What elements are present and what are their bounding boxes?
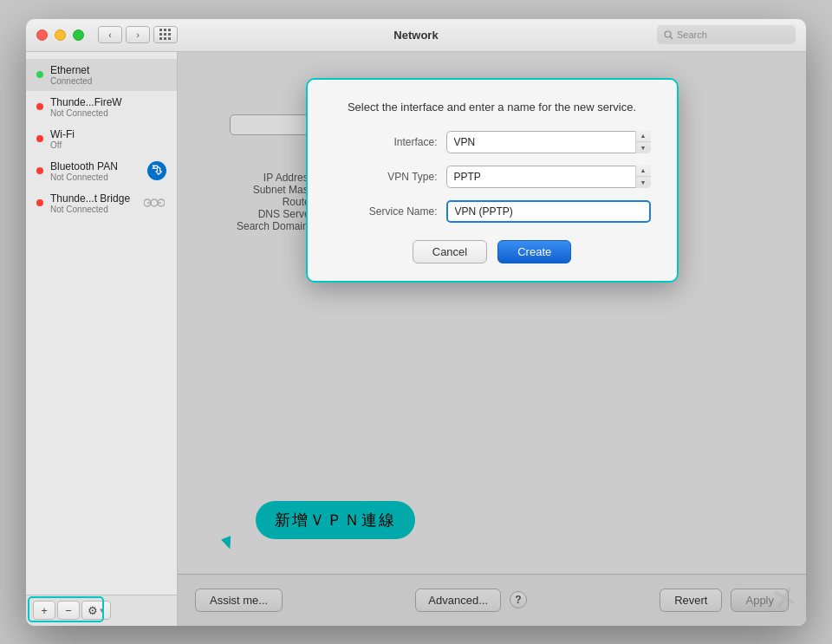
sidebar-item-wifi[interactable]: Wi-Fi Off: [26, 123, 177, 155]
sidebar-item-status-thunderbolt-bridge: Not Connected: [50, 205, 130, 214]
sidebar-item-thunderbolt-bridge[interactable]: Thunde...t Bridge Not Connected: [26, 187, 177, 219]
modal-vpn-type-label: VPN Type:: [334, 171, 438, 183]
svg-point-0: [665, 31, 671, 37]
window-title: Network: [393, 29, 438, 42]
modal-buttons: Cancel Create: [334, 240, 651, 263]
traffic-lights: [36, 29, 84, 41]
modal-title: Select the interface and enter a name fo…: [334, 101, 651, 114]
titlebar: ‹ › Network Search: [26, 19, 806, 52]
sidebar-item-name-wifi: Wi-Fi: [50, 128, 75, 140]
sidebar-item-status-ethernet: Connected: [50, 76, 92, 86]
vpn-type-select[interactable]: PPTP: [446, 166, 651, 188]
search-box[interactable]: Search: [657, 25, 796, 44]
forward-button[interactable]: ›: [126, 26, 150, 43]
grid-icon: [159, 29, 172, 41]
status-dot-thunderbolt-firewire: [36, 103, 43, 110]
settings-button[interactable]: ⚙ ▼: [81, 601, 111, 620]
minimize-button[interactable]: [55, 29, 66, 41]
modal-vpn-type-row: VPN Type: PPTP ▲ ▼: [334, 166, 651, 188]
gear-icon: ⚙: [88, 604, 98, 617]
nav-buttons: ‹ ›: [98, 26, 150, 43]
dropdown-arrow-icon: ▼: [99, 607, 106, 615]
status-dot-ethernet: [36, 71, 43, 78]
interface-select[interactable]: VPN: [446, 131, 651, 153]
sidebar-item-status-bluetooth: Not Connected: [50, 172, 118, 182]
sidebar-item-thunderbolt-firewire[interactable]: Thunde...FireW Not Connected: [26, 91, 177, 123]
network-window: ‹ › Network Search: [26, 19, 806, 626]
svg-point-3: [151, 199, 158, 206]
modal-create-button[interactable]: Create: [497, 240, 571, 263]
main-content: Ethernet Connected Thunde...FireW Not Co…: [26, 52, 806, 626]
modal-service-name-label: Service Name:: [334, 205, 438, 218]
modal-overlay: Select the interface and enter a name fo…: [178, 52, 806, 626]
interface-select-wrapper: VPN ▲ ▼: [446, 131, 651, 153]
search-icon: [664, 30, 673, 40]
grid-view-button[interactable]: [153, 26, 178, 43]
status-dot-thunderbolt-bridge: [36, 199, 43, 206]
sidebar-item-name-thunderbolt: Thunde...FireW: [50, 96, 122, 108]
sidebar-item-name-bluetooth: Bluetooth PAN: [50, 160, 118, 172]
remove-service-button[interactable]: −: [57, 601, 80, 620]
modal-interface-label: Interface:: [334, 136, 438, 148]
sidebar-item-ethernet[interactable]: Ethernet Connected: [26, 59, 177, 91]
sidebar-item-name-thunderbolt-bridge: Thunde...t Bridge: [50, 192, 130, 205]
svg-line-1: [671, 36, 673, 39]
modal-interface-row: Interface: VPN ▲ ▼: [334, 131, 651, 153]
service-name-input[interactable]: [446, 200, 651, 223]
close-button[interactable]: [36, 29, 48, 41]
modal-service-name-row: Service Name:: [334, 200, 651, 223]
bridge-icon: [142, 194, 166, 211]
status-dot-bluetooth: [36, 167, 43, 174]
sidebar-item-bluetooth[interactable]: Bluetooth PAN Not Connected ⮷: [26, 155, 177, 187]
add-vpn-modal: Select the interface and enter a name fo…: [306, 78, 679, 283]
status-dot-wifi: [36, 135, 43, 142]
bluetooth-icon: ⮷: [147, 161, 166, 180]
back-button[interactable]: ‹: [98, 26, 122, 43]
sidebar: Ethernet Connected Thunde...FireW Not Co…: [26, 52, 178, 626]
sidebar-controls: + − ⚙ ▼: [26, 595, 177, 626]
modal-cancel-button[interactable]: Cancel: [413, 240, 487, 263]
sidebar-item-name-ethernet: Ethernet: [50, 64, 92, 76]
vpn-type-select-wrapper: PPTP ▲ ▼: [446, 166, 651, 188]
maximize-button[interactable]: [73, 29, 84, 41]
sidebar-item-status-thunderbolt: Not Connected: [50, 108, 122, 118]
right-panel: ▲ ▼ IP Address: 192.168.0.73 Subnet Mask…: [178, 52, 806, 626]
sidebar-list: Ethernet Connected Thunde...FireW Not Co…: [26, 52, 177, 595]
sidebar-item-status-wifi: Off: [50, 140, 75, 150]
search-placeholder: Search: [677, 29, 707, 40]
add-service-button[interactable]: +: [33, 601, 55, 620]
